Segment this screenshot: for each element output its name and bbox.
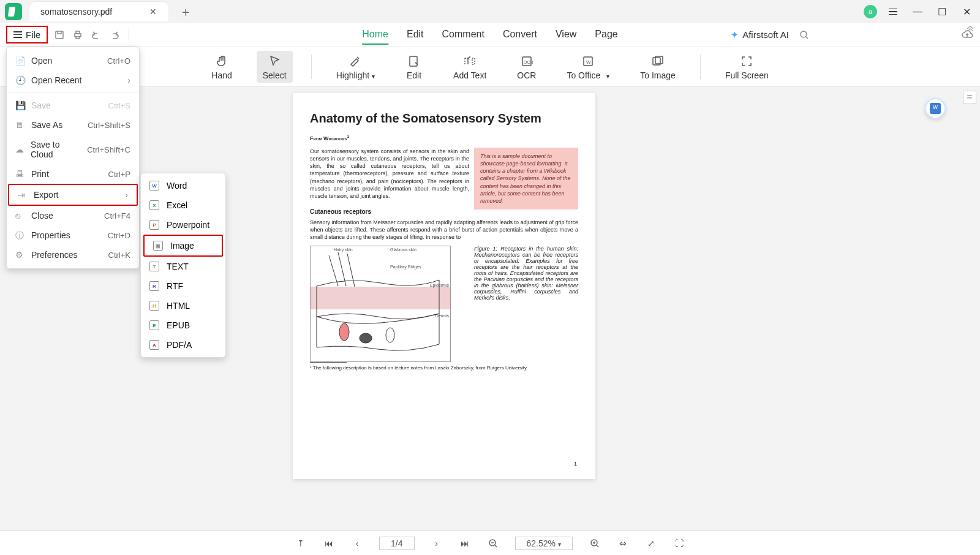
main-menu-icon[interactable] xyxy=(884,3,902,20)
window-minimize-icon[interactable]: — xyxy=(909,3,926,20)
fit-width-icon[interactable]: ⇔ xyxy=(617,537,629,549)
hamburger-icon xyxy=(13,31,22,38)
ribbon-ocr[interactable]: OCR OCR xyxy=(511,51,542,83)
svg-rect-3 xyxy=(76,37,80,39)
window-maximize-icon[interactable]: ☐ xyxy=(933,3,951,20)
doc-source: From Wikibooks1 xyxy=(310,134,578,142)
properties-icon: ⓘ xyxy=(15,230,25,240)
separator xyxy=(700,55,701,79)
export-rtf[interactable]: RRTF xyxy=(141,276,225,296)
file-menu-dropdown: 📄 Open Ctrl+O 🕘 Open Recent › 💾 Save Ctr… xyxy=(6,47,140,269)
ribbon-select[interactable]: Select xyxy=(257,51,293,83)
menu-save-as[interactable]: 🗎 Save As Ctrl+Shift+S xyxy=(7,115,139,135)
export-image[interactable]: ▣Image xyxy=(143,235,223,257)
export-text[interactable]: TTEXT xyxy=(141,257,225,276)
first-page-icon[interactable]: ⏮ xyxy=(323,537,335,549)
fit-page-icon[interactable]: ⤢ xyxy=(645,537,657,549)
presentation-icon[interactable]: ⛶ xyxy=(673,537,685,549)
tab-view[interactable]: View xyxy=(556,25,576,45)
window-close-icon[interactable]: ✕ xyxy=(958,3,975,20)
figure-caption: Figure 1: Receptors in the human skin: M… xyxy=(474,246,578,301)
menu-export[interactable]: ⇥ Export › xyxy=(8,184,138,206)
scroll-top-icon[interactable]: ⤒ xyxy=(295,537,307,549)
footnote-text: ¹ The following description is based on … xyxy=(310,365,578,371)
word-export-badge[interactable] xyxy=(925,98,946,119)
last-page-icon[interactable]: ⏭ xyxy=(459,537,471,549)
next-page-icon[interactable]: › xyxy=(431,537,443,549)
zoom-in-icon[interactable] xyxy=(589,537,601,549)
ribbon-highlight[interactable]: Highlight ▾ xyxy=(330,51,381,83)
redo-icon[interactable] xyxy=(108,28,121,42)
svg-point-4 xyxy=(801,31,807,37)
search-icon[interactable] xyxy=(797,28,811,42)
export-epub[interactable]: EEPUB xyxy=(141,315,225,335)
ribbon: Hand Select Highlight ▾ Edit Add Text OC… xyxy=(0,47,980,87)
menu-open[interactable]: 📄 Open Ctrl+O xyxy=(7,51,139,70)
pdf-page: Anatomy of the Somatosensory System From… xyxy=(293,93,595,479)
ai-assistant-button[interactable]: ✦ Afirstsoft AI xyxy=(731,29,789,40)
ribbon-hand[interactable]: Hand xyxy=(205,51,238,83)
save-icon[interactable] xyxy=(53,28,66,42)
menu-save-cloud[interactable]: ☁ Save to Cloud Ctrl+Shift+C xyxy=(7,135,139,164)
statusbar: ⤒ ⏮ ‹ 1/4 › ⏭ 62.52% ▾ ⇔ ⤢ ⛶ xyxy=(0,530,980,555)
undo-icon[interactable] xyxy=(89,28,103,42)
cloud-icon: ☁ xyxy=(15,145,24,154)
export-powerpoint[interactable]: PPowerpoint xyxy=(141,215,225,235)
page-number: 1 xyxy=(574,461,577,467)
tab-comment[interactable]: Comment xyxy=(442,25,484,45)
ribbon-full-screen[interactable]: Full Screen xyxy=(719,51,775,83)
new-tab-button[interactable]: ＋ xyxy=(179,4,192,20)
export-excel[interactable]: XExcel xyxy=(141,195,225,215)
export-word[interactable]: WWord xyxy=(141,176,225,195)
tab-page[interactable]: Page xyxy=(595,25,617,45)
menu-print[interactable]: 🖶 Print Ctrl+P xyxy=(7,164,139,184)
tab-convert[interactable]: Convert xyxy=(503,25,537,45)
page-indicator[interactable]: 1/4 xyxy=(379,537,414,550)
ribbon-add-text[interactable]: Add Text xyxy=(447,51,492,83)
menu-close[interactable]: ⎋ Close Ctrl+F4 xyxy=(7,206,139,225)
menu-open-recent[interactable]: 🕘 Open Recent › xyxy=(7,70,139,90)
document-tab[interactable]: somatosensory.pdf ✕ xyxy=(29,2,168,21)
separator xyxy=(311,55,312,79)
svg-point-16 xyxy=(360,333,372,343)
svg-line-12 xyxy=(329,255,338,286)
ribbon-to-image[interactable]: To Image xyxy=(634,51,682,83)
to-office-icon: W xyxy=(579,53,597,69)
file-menu-button[interactable]: File xyxy=(6,26,48,43)
excel-icon: X xyxy=(149,200,159,210)
side-note: This is a sample document to showcase pa… xyxy=(474,148,578,210)
close-file-icon: ⎋ xyxy=(15,211,25,221)
zoom-level[interactable]: 62.52% ▾ xyxy=(515,537,573,550)
chevron-right-icon: › xyxy=(127,75,130,85)
user-avatar[interactable]: a xyxy=(864,5,877,18)
collapse-ribbon-icon[interactable] xyxy=(964,25,976,33)
export-icon: ⇥ xyxy=(18,190,28,200)
epub-icon: E xyxy=(149,320,159,330)
open-icon: 📄 xyxy=(15,56,25,66)
svg-rect-0 xyxy=(56,31,63,39)
menu-preferences[interactable]: ⚙ Preferences Ctrl+K xyxy=(7,245,139,265)
image-icon: ▣ xyxy=(153,241,163,251)
print-icon[interactable] xyxy=(71,28,85,42)
toolbar: File Home Edit Comment Convert View Page… xyxy=(0,23,980,47)
zoom-out-icon[interactable] xyxy=(487,537,499,549)
ribbon-edit[interactable]: Edit xyxy=(399,51,429,83)
ocr-icon: OCR xyxy=(518,53,535,69)
print-icon: 🖶 xyxy=(15,169,25,179)
tab-close-icon[interactable]: ✕ xyxy=(149,7,157,16)
menu-properties[interactable]: ⓘ Properties Ctrl+D xyxy=(7,225,139,245)
ribbon-to-office[interactable]: W To Office ▾ xyxy=(560,51,616,83)
export-html[interactable]: HHTML xyxy=(141,296,225,315)
chevron-right-icon: › xyxy=(125,190,128,200)
side-panel-toggle-icon[interactable]: ≡ xyxy=(963,91,976,104)
prev-page-icon[interactable]: ‹ xyxy=(351,537,363,549)
to-image-icon xyxy=(649,53,666,69)
svg-rect-5 xyxy=(410,56,417,66)
nav-tabs: Home Edit Comment Convert View Page xyxy=(362,25,617,45)
svg-text:W: W xyxy=(586,59,591,65)
tab-edit[interactable]: Edit xyxy=(407,25,424,45)
tab-home[interactable]: Home xyxy=(362,25,388,45)
save-as-icon: 🗎 xyxy=(15,120,25,130)
export-pdfa[interactable]: APDF/A xyxy=(141,335,225,355)
skin-svg xyxy=(311,246,451,363)
